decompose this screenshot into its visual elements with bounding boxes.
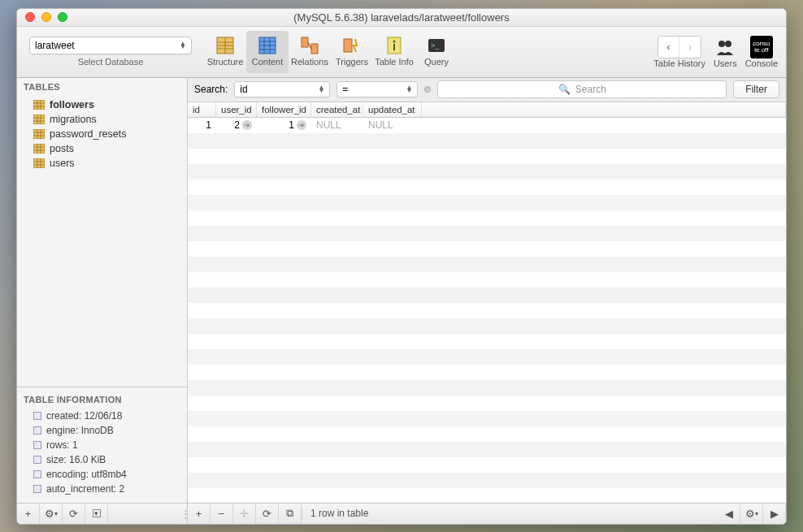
database-selector-value: laratweet [35,40,75,51]
toolbar-tabs: Structure Content Relations Triggers Tab… [204,31,458,73]
prev-page-button[interactable]: ◀ [718,503,740,524]
info-bullet-icon [33,412,41,420]
remove-row-button[interactable]: − [211,503,233,524]
table-row[interactable] [188,396,786,411]
add-table-button[interactable]: + [17,503,40,524]
next-page-button[interactable]: ▶ [763,503,786,524]
column-headers: id user_id follower_id created_at update… [188,102,786,118]
table-item-password_resets[interactable]: password_resets [17,127,187,141]
cell-id[interactable]: 1 [188,118,216,133]
search-operator-select[interactable]: = ▲▼ [336,81,418,97]
table-item-label: migrations [50,114,97,125]
table-row[interactable] [188,272,786,288]
copy-row-button[interactable]: ⧉ [279,503,302,524]
filter-button[interactable]: Filter [733,80,779,98]
refresh-rows-button[interactable]: ⟳ [256,503,279,524]
table-row[interactable] [188,457,786,473]
tab-structure[interactable]: Structure [204,31,246,73]
console-button[interactable]: conso le off Console [745,36,778,68]
table-actions-gear-button[interactable]: ⚙▾ [40,503,63,524]
table-row[interactable] [188,241,786,257]
search-indicator-icon [424,86,431,93]
info-item: created: 12/06/18 [24,409,180,423]
table-item-followers[interactable]: followers [17,97,187,112]
table-row[interactable] [188,133,786,149]
history-back-icon[interactable]: ‹ [658,37,679,58]
tab-triggers[interactable]: Triggers [331,31,373,73]
column-header-updated-at[interactable]: updated_at [363,102,422,117]
table-icon [33,100,45,110]
cell-created-at[interactable]: NULL [311,118,363,133]
search-field-select[interactable]: id ▲▼ [234,81,330,97]
table-icon [33,158,45,168]
table-item-posts[interactable]: posts [17,141,187,156]
table-row[interactable] [188,164,786,179]
search-input[interactable]: 🔍 Search [437,80,727,98]
table-row[interactable] [188,288,786,303]
table-row[interactable] [188,442,786,457]
table-item-migrations[interactable]: migrations [17,112,187,127]
history-forward-icon[interactable]: › [679,37,701,58]
table-row[interactable] [188,473,786,488]
table-row[interactable] [188,334,786,349]
data-grid[interactable]: 12➜1➜NULLNULL [188,118,786,503]
table-row[interactable] [188,149,786,164]
svg-rect-21 [33,100,45,110]
info-bullet-icon [33,470,41,478]
column-header-id[interactable]: id [188,102,216,117]
cell-updated-at[interactable]: NULL [363,118,422,133]
cell-follower-id[interactable]: 1➜ [257,118,311,133]
table-row[interactable] [188,195,786,210]
console-icon: conso le off [750,36,773,58]
svg-rect-13 [344,39,352,52]
column-header-follower-id[interactable]: follower_id [257,102,311,117]
main-content: Search: id ▲▼ = ▲▼ 🔍 Search Filter id [188,78,786,524]
sidebar-resize-handle[interactable]: ⋮⋮ [180,508,187,520]
database-selector[interactable]: laratweet ▲▼ [29,37,192,54]
database-selector-label: Select Database [78,57,144,67]
tab-content[interactable]: Content [246,31,289,73]
fk-arrow-icon[interactable]: ➜ [297,120,306,130]
tab-triggers-label: Triggers [336,57,368,67]
table-item-users[interactable]: users [17,156,187,171]
table-row[interactable] [188,349,786,365]
table-row[interactable] [188,257,786,272]
info-item-text: created: 12/06/18 [46,410,122,422]
toggle-info-button[interactable]: ▾ [85,503,108,524]
table-item-label: password_resets [50,128,127,140]
table-row[interactable] [188,411,786,426]
tab-relations[interactable]: Relations [289,31,331,73]
table-row[interactable] [188,488,786,503]
table-icon [33,129,45,139]
column-header-created-at[interactable]: created_at [311,102,363,117]
table-item-label: posts [50,143,74,154]
column-header-spacer [422,102,786,117]
triggers-icon [341,34,363,57]
console-label: Console [745,58,778,68]
table-row[interactable] [188,226,786,241]
column-header-user-id[interactable]: user_id [216,102,257,117]
add-row-button[interactable]: + [188,503,211,524]
tab-table-info[interactable]: Table Info [373,31,415,73]
table-row[interactable] [188,210,786,226]
fk-arrow-icon[interactable]: ➜ [242,120,252,130]
page-actions-gear-button[interactable]: ⚙▾ [740,503,763,524]
table-row[interactable] [188,426,786,442]
app-window: (MySQL 5.6.38) laravelads/laratweet/foll… [16,8,787,525]
duplicate-row-button[interactable]: ✛ [233,503,256,524]
svg-rect-26 [33,115,45,124]
table-history-button[interactable]: ‹ › Table History [653,36,705,68]
table-row[interactable] [188,380,786,396]
cell-user-id[interactable]: 2➜ [216,118,257,133]
table-row[interactable] [188,318,786,334]
users-button[interactable]: Users [714,36,737,68]
tab-query[interactable]: >_ Query [415,31,458,73]
table-information-panel: TABLE INFORMATION created: 12/06/18engin… [17,387,187,503]
info-bullet-icon [33,441,41,449]
table-row[interactable] [188,179,786,195]
table-row[interactable] [188,365,786,380]
table-row[interactable]: 12➜1➜NULLNULL [188,118,786,133]
refresh-tables-button[interactable]: ⟳ [63,503,85,524]
users-label: Users [714,58,737,68]
table-row[interactable] [188,303,786,318]
